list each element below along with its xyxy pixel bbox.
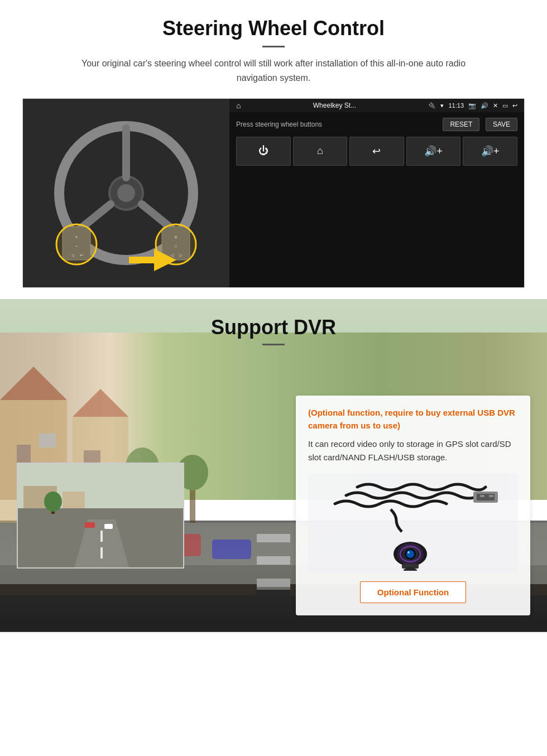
- steering-header-row: Press steering wheel buttons RESET SAVE: [236, 118, 517, 131]
- dashcam-thumbnail: [17, 463, 184, 569]
- status-bar-time: 11:13: [448, 102, 464, 109]
- svg-rect-57: [489, 495, 493, 497]
- dvr-main-content: (Optional function, require to buy exter…: [0, 351, 547, 632]
- svg-point-17: [56, 224, 97, 264]
- optional-function-button[interactable]: Optional Function: [360, 581, 466, 603]
- steering-wheel-svg: + − ↑| ↵ ≡ ○ ◁ ▷: [48, 115, 204, 271]
- svg-rect-56: [480, 495, 484, 497]
- steering-image-container: + − ↑| ↵ ≡ ○ ◁ ▷ ⌂ Wheelke: [22, 98, 525, 288]
- dvr-optional-note: (Optional function, require to buy exter…: [308, 407, 518, 432]
- svg-rect-49: [63, 492, 85, 508]
- svg-point-61: [406, 550, 414, 558]
- power-button[interactable]: ⏻: [236, 137, 291, 166]
- steering-action-buttons: RESET SAVE: [443, 118, 517, 131]
- home-button[interactable]: ⌂: [293, 137, 348, 166]
- steering-title: Steering Wheel Control: [22, 17, 525, 40]
- dvr-title-area: Support DVR: [0, 299, 547, 351]
- steering-prompt: Press steering wheel buttons: [236, 121, 322, 128]
- camera-icon: 📷: [468, 102, 476, 109]
- divider: [262, 46, 285, 47]
- svg-point-62: [407, 551, 410, 553]
- cast-icon: ▭: [502, 102, 508, 109]
- reset-button[interactable]: RESET: [443, 118, 479, 131]
- wifi-icon: ▾: [440, 102, 444, 109]
- steering-wheel-photo: + − ↑| ↵ ≡ ○ ◁ ▷: [23, 99, 229, 287]
- android-screen: ⌂ Wheelkey St... 🔌 ▾ 11:13 📷 🔊 ✕ ▭ ↩ Pre…: [229, 99, 524, 287]
- dvr-left-area: [17, 362, 285, 580]
- svg-rect-20: [129, 257, 156, 263]
- dvr-section: Support DVR: [0, 299, 547, 632]
- android-statusbar: ⌂ Wheelkey St... 🔌 ▾ 11:13 📷 🔊 ✕ ▭ ↩: [229, 99, 524, 112]
- back-button[interactable]: ↩: [349, 137, 404, 166]
- svg-rect-52: [85, 522, 95, 528]
- dvr-divider: [262, 344, 285, 345]
- steering-description: Your original car's steering wheel contr…: [61, 56, 486, 85]
- vol-up-button[interactable]: 🔊+: [406, 137, 461, 166]
- dvr-description: It can record video only to storage in G…: [308, 437, 518, 464]
- dvr-title: Support DVR: [0, 316, 547, 339]
- svg-point-6: [117, 184, 135, 202]
- svg-rect-46: [100, 531, 103, 542]
- app-name-label: Wheelkey St...: [245, 102, 424, 109]
- svg-point-51: [44, 492, 62, 512]
- save-button[interactable]: SAVE: [486, 118, 517, 131]
- steering-function-buttons: ⏻ ⌂ ↩ 🔊+ 🔊+: [236, 137, 517, 166]
- volume-icon: 🔊: [481, 102, 488, 109]
- back-icon: ↩: [512, 102, 517, 109]
- vol-up-2-button[interactable]: 🔊+: [463, 137, 517, 166]
- dvr-info-box: (Optional function, require to buy exter…: [296, 396, 530, 615]
- svg-rect-47: [100, 547, 103, 558]
- usb-icon: 🔌: [428, 102, 436, 109]
- dashcam-thumb-inner: [18, 464, 183, 567]
- close-icon: ✕: [493, 102, 498, 109]
- dashcam-footage-svg: [18, 464, 184, 569]
- home-icon: ⌂: [236, 101, 241, 110]
- steering-wheel-section: Steering Wheel Control Your original car…: [0, 0, 547, 299]
- dvr-camera-image: [308, 473, 518, 574]
- svg-rect-53: [104, 524, 113, 529]
- android-content-area: Press steering wheel buttons RESET SAVE …: [229, 112, 524, 287]
- dvr-camera-svg: [324, 476, 502, 571]
